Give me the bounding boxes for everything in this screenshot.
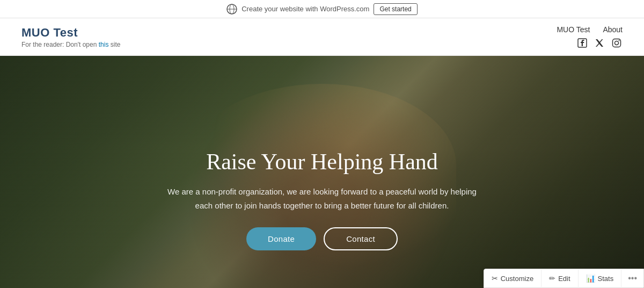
- get-started-button[interactable]: Get started: [374, 3, 417, 15]
- tagline-link[interactable]: this: [99, 41, 109, 48]
- edit-button[interactable]: ✏ Edit: [541, 270, 578, 287]
- nav-item-muo-test[interactable]: MUO Test: [557, 25, 590, 34]
- facebook-icon[interactable]: [576, 37, 588, 49]
- wp-promo-bar: Create your website with WordPress.com G…: [0, 0, 644, 18]
- customize-icon: ✂: [492, 274, 498, 283]
- edit-label: Edit: [558, 275, 570, 283]
- hero-title: Raise Your Helping Hand: [166, 148, 478, 175]
- site-title: MUO Test: [21, 26, 120, 40]
- twitter-icon[interactable]: [594, 37, 605, 49]
- site-header: MUO Test For the reader: Don't open this…: [0, 18, 644, 56]
- stats-icon: 📊: [586, 274, 595, 283]
- svg-point-5: [615, 41, 619, 45]
- contact-button[interactable]: Contact: [324, 227, 398, 250]
- stats-button[interactable]: 📊 Stats: [579, 270, 622, 287]
- nav-item-about[interactable]: About: [603, 25, 623, 34]
- social-icons: [576, 37, 623, 49]
- nav-links: MUO Test About: [557, 25, 623, 34]
- customize-button[interactable]: ✂ Customize: [484, 270, 541, 287]
- svg-point-6: [619, 40, 620, 41]
- more-options-button[interactable]: •••: [621, 269, 643, 287]
- stats-label: Stats: [598, 275, 614, 283]
- hero-buttons: Donate Contact: [166, 227, 478, 250]
- site-tagline: For the reader: Don't open this site: [21, 41, 120, 48]
- admin-bar: ✂ Customize ✏ Edit 📊 Stats •••: [484, 269, 644, 288]
- edit-icon: ✏: [549, 274, 555, 283]
- tagline-prefix: For the reader: Don't open: [21, 41, 99, 48]
- hero-description: We are a non-profit organization, we are…: [166, 185, 478, 212]
- donate-button[interactable]: Donate: [246, 227, 316, 250]
- hero-section: Raise Your Helping Hand We are a non-pro…: [0, 56, 644, 288]
- svg-rect-4: [613, 39, 621, 47]
- tagline-suffix: site: [108, 41, 120, 48]
- promo-text: Create your website with WordPress.com: [241, 5, 369, 13]
- hero-content: Raise Your Helping Hand We are a non-pro…: [166, 148, 478, 250]
- wordpress-logo-icon: [226, 4, 237, 15]
- site-nav: MUO Test About: [557, 25, 623, 49]
- instagram-icon[interactable]: [611, 37, 623, 49]
- customize-label: Customize: [501, 275, 533, 283]
- site-branding: MUO Test For the reader: Don't open this…: [21, 26, 120, 48]
